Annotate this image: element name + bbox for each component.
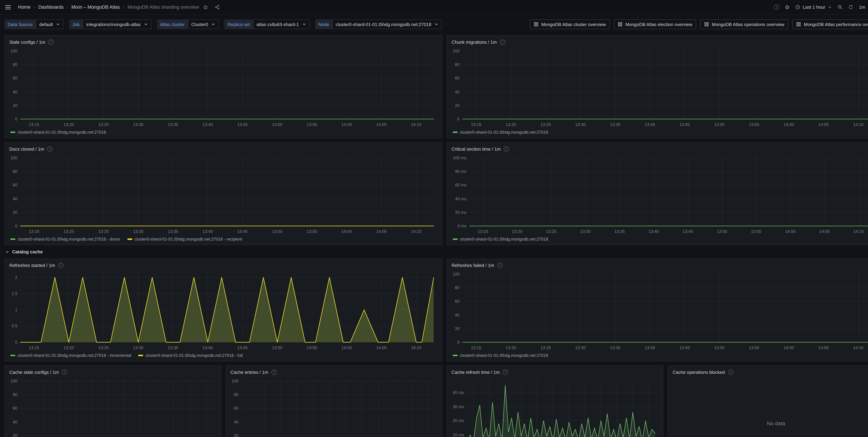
variable-value-dropdown[interactable]: atlas-zx8u63-shard-1 — [253, 20, 310, 29]
panel-refreshes-started: Refreshes started / 1mi21.510.5013:1513:… — [4, 258, 442, 361]
menu-toggle-button[interactable] — [3, 2, 13, 12]
panel-header[interactable]: Chunk migrations / 1mi — [447, 36, 868, 48]
plot-area[interactable] — [462, 272, 868, 344]
dashboard-insights-button[interactable]: i — [772, 2, 782, 12]
legend-item[interactable]: cluster0-shard-01-01.t5hdg.mongodb.net:2… — [453, 237, 548, 242]
chart-svg — [462, 48, 868, 121]
legend-item[interactable]: cluster0-shard-01-01.t5hdg.mongodb.net:2… — [10, 130, 106, 135]
dashboard-link-mongodb-atlas-cluster-overview[interactable]: MongoDB Atlas cluster overview — [530, 20, 610, 29]
x-tick-label: 13:30 — [133, 345, 144, 350]
legend-item[interactable]: cluster0-shard-01-01.t5hdg.mongodb.net:2… — [138, 353, 243, 358]
plot-area[interactable] — [20, 378, 216, 437]
y-tick-label: 60 — [13, 76, 18, 81]
breadcrumb-item-dashboards[interactable]: Dashboards — [38, 4, 64, 10]
x-tick-label: 14:10 — [411, 229, 421, 234]
breadcrumb: Home›Dashboards›Mixin – MongoDB Atlas›Mo… — [18, 4, 199, 10]
info-icon[interactable]: i — [728, 370, 733, 375]
plot-area[interactable] — [467, 378, 658, 437]
panel-title: Critical section time / 1m — [452, 146, 501, 152]
chart: 100 ms80 ms60 ms40 ms20 ms0 ms13:1513:20… — [447, 155, 868, 245]
legend-item[interactable]: cluster0-shard-01-01.t5hdg.mongodb.net:2… — [10, 353, 131, 358]
x-tick-label: 13:35 — [614, 229, 625, 234]
plot-area[interactable] — [20, 48, 437, 121]
panel-refreshes-failed: Refreshes failed / 1mi10080604020013:151… — [447, 258, 868, 361]
y-tick-label: 60 — [13, 183, 18, 188]
x-axis: 13:1513:2013:2513:3013:3513:4013:4513:50… — [20, 122, 437, 128]
x-tick-label: 14:10 — [854, 229, 864, 234]
chevron-down-icon — [434, 22, 438, 26]
info-icon[interactable]: i — [500, 39, 505, 44]
variable-value-dropdown[interactable]: integrations/mongodb-atlas — [83, 20, 152, 29]
x-tick-label: 14:10 — [411, 345, 421, 350]
chart-svg — [462, 272, 868, 344]
y-tick-label: 20 — [234, 433, 239, 437]
plot-area[interactable] — [469, 155, 868, 228]
legend-item[interactable]: cluster0-shard-01-01.t5hdg.mongodb.net:2… — [127, 237, 242, 242]
legend-item[interactable]: cluster0-shard-01-01.t5hdg.mongodb.net:2… — [10, 237, 120, 242]
info-icon[interactable]: i — [49, 39, 54, 44]
star-icon — [203, 4, 208, 10]
info-icon[interactable]: i — [48, 146, 53, 152]
info-icon[interactable]: i — [497, 262, 503, 268]
x-tick-label: 13:45 — [237, 345, 248, 350]
dashboard-link-mongodb-atlas-performance-overview[interactable]: MongoDB Atlas performance overview — [792, 20, 868, 29]
breadcrumb-item-home[interactable]: Home — [18, 4, 31, 10]
section-catalog-cache[interactable]: Catalog cache — [4, 249, 868, 254]
legend-item[interactable]: cluster0-shard-01-01.t5hdg.mongodb.net:2… — [453, 353, 548, 358]
info-icon[interactable]: i — [62, 370, 67, 375]
y-tick-label: 2 — [15, 275, 18, 280]
x-tick-label: 13:20 — [512, 229, 522, 234]
x-tick-label: 13:55 — [749, 345, 759, 350]
x-tick-label: 13:30 — [575, 122, 586, 127]
share-dashboard-button[interactable] — [212, 2, 222, 12]
star-dashboard-button[interactable] — [200, 2, 211, 12]
variable-value-dropdown[interactable]: cluster0-shard-01-01.t5hdg.mongodb.net:2… — [332, 20, 442, 29]
panel-header[interactable]: Cache stale configs / 1mi — [5, 366, 221, 378]
panel-header[interactable]: Stale configs / 1mi — [5, 36, 442, 48]
x-tick-label: 13:40 — [203, 122, 213, 127]
dashboard-link-mongodb-atlas-operations-overview[interactable]: MongoDB Atlas operations overview — [700, 20, 788, 29]
panel-header[interactable]: Cache entries / 1mi — [226, 366, 442, 378]
chevron-down-icon — [828, 5, 832, 9]
panel-header[interactable]: Docs cloned / 1mi — [5, 143, 442, 155]
variable-selected-value: cluster0-shard-01-01.t5hdg.mongodb.net:2… — [336, 22, 431, 27]
variable-value-dropdown[interactable]: default — [36, 20, 64, 29]
time-range-picker[interactable]: Last 1 hour — [793, 2, 834, 12]
plot-area[interactable] — [20, 155, 437, 228]
dashboard-link-mongodb-atlas-election-overview[interactable]: MongoDB Atlas election overview — [614, 20, 696, 29]
refresh-interval-dropdown[interactable]: 1m — [857, 2, 868, 12]
plot-area[interactable] — [462, 48, 868, 121]
breadcrumb-item-mixin-mongodb-atlas[interactable]: Mixin – MongoDB Atlas — [71, 4, 120, 10]
y-tick-label: 40 — [455, 313, 460, 317]
panel-header[interactable]: Cache refresh time / 1mi — [447, 366, 663, 378]
x-tick-label: 13:20 — [506, 122, 516, 127]
info-icon[interactable]: i — [504, 146, 509, 152]
refresh-dashboard-button[interactable] — [846, 2, 856, 12]
y-tick-label: 0 — [15, 223, 18, 228]
panel-header[interactable]: Critical section time / 1mi — [447, 143, 868, 155]
x-tick-label: 13:50 — [272, 229, 282, 234]
chevron-down-icon — [56, 22, 60, 26]
zoom-out-icon — [837, 4, 843, 10]
apps-grid-icon — [796, 22, 801, 27]
no-data-message: No data — [668, 378, 868, 437]
x-tick-label: 13:25 — [540, 345, 551, 350]
info-icon[interactable]: i — [503, 370, 508, 375]
panel-header[interactable]: Refreshes failed / 1mi — [447, 259, 868, 272]
variable-value-dropdown[interactable]: Cluster0 — [188, 20, 219, 29]
info-icon[interactable]: i — [58, 262, 63, 268]
chevron-down-icon — [5, 250, 9, 254]
zoom-out-time-button[interactable] — [835, 2, 845, 12]
panel-header[interactable]: Cache operations blockedi — [668, 366, 868, 378]
dashboard-settings-button[interactable]: ⚙ — [782, 2, 792, 12]
series-name: cluster0-shard-01-01.t5hdg.mongodb.net:2… — [18, 353, 131, 358]
plot-area[interactable] — [20, 272, 437, 344]
legend-item[interactable]: cluster0-shard-01-01.t5hdg.mongodb.net:2… — [453, 130, 548, 135]
info-icon[interactable]: i — [272, 370, 277, 375]
panel-header[interactable]: Refreshes started / 1mi — [5, 259, 442, 272]
x-tick-label: 14:00 — [784, 122, 794, 127]
plot-area[interactable] — [241, 378, 437, 437]
x-tick-label: 14:10 — [853, 122, 864, 127]
panel-critical-section-time: Critical section time / 1mi100 ms80 ms60… — [447, 142, 868, 245]
chevron-down-icon — [211, 22, 215, 26]
